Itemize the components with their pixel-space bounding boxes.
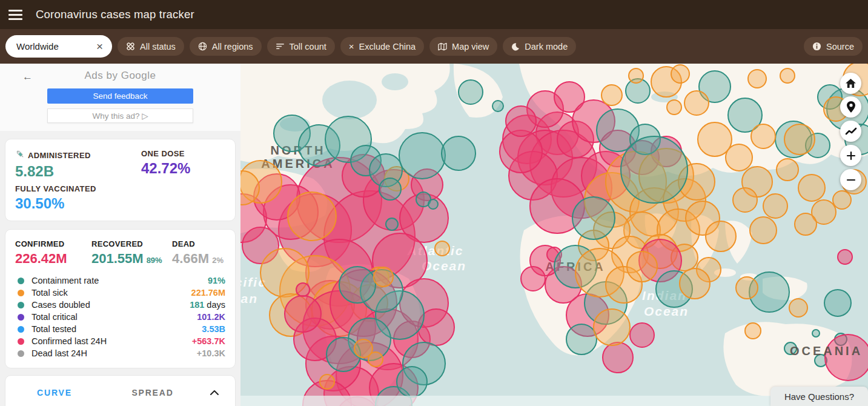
back-arrow-icon[interactable]: ← (22, 71, 33, 83)
case-bubble[interactable] (572, 197, 615, 239)
chip-dark-mode[interactable]: Dark mode (503, 37, 576, 56)
home-button[interactable] (840, 73, 861, 94)
one-dose-value: 42.72% (141, 160, 225, 177)
case-bubble[interactable] (459, 80, 483, 104)
stat-label: Total sick (31, 288, 68, 298)
cases-card: CONFIRMED 226.42M RECOVERED 201.55M 89% … (5, 229, 236, 368)
collapse-chevron-icon[interactable] (210, 390, 219, 396)
chip-label: Map view (452, 42, 489, 52)
case-bubble[interactable] (726, 144, 752, 171)
world-map[interactable]: NORTHAMERICAAtlanticOceanPacificOceanInd… (240, 64, 868, 406)
case-bubble[interactable] (706, 221, 736, 251)
case-bubble[interactable] (748, 70, 766, 88)
case-bubble[interactable] (339, 267, 376, 303)
case-bubble[interactable] (824, 290, 851, 316)
case-bubble[interactable] (684, 91, 709, 115)
case-bubble[interactable] (506, 106, 536, 136)
case-bubble[interactable] (750, 217, 777, 244)
case-bubble[interactable] (435, 241, 449, 256)
stats-list: Containment rate91%Total sick221.76MCase… (15, 275, 225, 359)
dead-value: 4.66M (172, 251, 209, 267)
stat-label: Dead last 24H (31, 348, 87, 358)
stat-label: Total critical (31, 312, 78, 322)
case-bubble[interactable] (812, 330, 820, 337)
clear-search-icon[interactable]: × (96, 41, 103, 52)
bandage-icon (126, 42, 135, 51)
case-bubble[interactable] (320, 374, 334, 389)
case-bubble[interactable] (736, 277, 758, 299)
case-bubble[interactable] (594, 309, 630, 345)
chip-source[interactable]: Source (804, 37, 863, 56)
case-bubble[interactable] (751, 124, 775, 148)
case-bubble[interactable] (603, 342, 633, 373)
case-bubble[interactable] (630, 323, 654, 347)
case-bubble[interactable] (285, 296, 321, 332)
chip-all-regions[interactable]: All regions (190, 37, 262, 56)
play-icon: ▷ (142, 111, 148, 121)
case-bubble[interactable] (789, 299, 807, 317)
send-feedback-button[interactable]: Send feedback (47, 88, 193, 104)
case-bubble[interactable] (566, 324, 597, 354)
globe-icon (198, 42, 207, 51)
case-bubble[interactable] (368, 352, 383, 367)
trend-chart-button[interactable] (840, 121, 861, 142)
case-bubble[interactable] (379, 178, 401, 200)
chip-label: Dark mode (525, 42, 568, 52)
locate-marker-button[interactable] (840, 96, 861, 118)
case-bubble[interactable] (745, 323, 761, 339)
case-bubble[interactable] (795, 213, 817, 235)
chip-label: All regions (212, 42, 253, 52)
case-bubble[interactable] (397, 367, 427, 397)
chip-all-status[interactable]: All status (118, 37, 184, 56)
case-bubble[interactable] (629, 68, 643, 83)
stat-row: Confirmed last 24H+563.7K (15, 335, 225, 347)
chip-map-view[interactable]: Map view (429, 37, 497, 56)
case-bubble[interactable] (733, 188, 757, 212)
tab-spread[interactable]: SPREAD (104, 388, 202, 398)
case-bubble[interactable] (601, 85, 622, 105)
case-bubble[interactable] (521, 267, 545, 291)
case-bubble[interactable] (374, 267, 393, 287)
case-bubble[interactable] (288, 192, 336, 241)
case-bubble[interactable] (671, 65, 689, 83)
case-bubble[interactable] (296, 283, 310, 296)
case-bubble[interactable] (428, 199, 438, 209)
case-bubble[interactable] (399, 133, 445, 179)
stat-value: 91% (208, 276, 225, 285)
case-bubble[interactable] (798, 175, 825, 201)
case-bubble[interactable] (621, 136, 687, 203)
case-bubble[interactable] (777, 159, 798, 181)
chip-exclude-china[interactable]: ×Exclude China (340, 37, 424, 56)
zoom-out-button[interactable] (840, 169, 861, 190)
why-this-ad-button[interactable]: Why this ad? ▷ (47, 108, 193, 123)
filter-bar: Worldwide × All statusAll regionsToll co… (0, 29, 868, 64)
menu-icon[interactable] (8, 10, 22, 20)
case-bubble[interactable] (627, 251, 657, 282)
chip-toll-count[interactable]: Toll count (267, 37, 335, 56)
stat-label: Total tested (31, 324, 76, 334)
case-bubble[interactable] (838, 250, 852, 264)
case-bubble[interactable] (667, 100, 681, 115)
case-bubble[interactable] (386, 218, 398, 230)
zoom-in-button[interactable] (840, 145, 861, 166)
close-icon: × (349, 42, 354, 51)
case-bubble[interactable] (326, 338, 360, 371)
fully-vaccinated-label: FULLY VACCINATED (15, 184, 141, 193)
stat-value: 221.76M (191, 288, 225, 298)
case-bubble[interactable] (680, 268, 710, 299)
search-pill[interactable]: Worldwide × (5, 35, 112, 58)
case-bubble[interactable] (780, 68, 795, 83)
have-questions-button[interactable]: Have Questions? (770, 387, 868, 406)
case-bubble[interactable] (442, 136, 475, 170)
case-bubble[interactable] (833, 191, 851, 209)
stat-row: Total sick221.76M (15, 287, 225, 299)
stat-row: Dead last 24H+10.3K (15, 347, 225, 359)
tab-curve[interactable]: CURVE (5, 388, 104, 398)
stat-row: Containment rate91% (15, 275, 225, 287)
case-bubble[interactable] (763, 194, 787, 218)
case-bubble[interactable] (784, 124, 815, 155)
case-bubble[interactable] (492, 101, 503, 111)
stat-value: 101.2K (197, 312, 225, 322)
case-bubble[interactable] (825, 334, 868, 381)
stat-label: Cases doubled (31, 300, 90, 310)
